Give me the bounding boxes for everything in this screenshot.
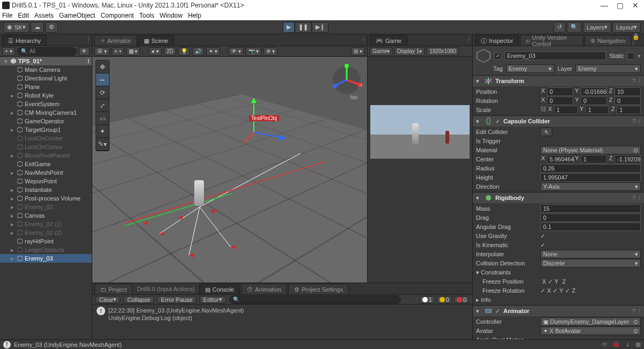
gameobject-name-field[interactable]: Enemy_03 xyxy=(504,51,606,60)
tab-game[interactable]: 🎮 Game xyxy=(370,35,407,46)
colldet-dropdown[interactable]: Discrete▾ xyxy=(540,259,641,268)
console-info-count[interactable]: 1 xyxy=(420,296,435,303)
hierarchy-item[interactable]: ▸Enemy_02 (1) xyxy=(0,220,92,228)
tab-uvc[interactable]: ⎋Unity Version Control xyxy=(520,35,583,46)
layer-dropdown[interactable]: Enemy▾ xyxy=(575,64,641,73)
gravity-checkbox[interactable]: ✓ xyxy=(540,233,545,240)
freezerot-z[interactable]: ✓ xyxy=(565,287,570,294)
status-activity-icon[interactable]: ⟳ xyxy=(602,341,607,348)
menu-gameobject[interactable]: GameObject xyxy=(59,12,95,19)
hierarchy-item[interactable]: LockOnCursor xyxy=(0,143,92,151)
scale-link-icon[interactable]: ⛓ xyxy=(540,106,546,114)
hierarchy-item[interactable]: Directional Light xyxy=(0,74,92,83)
tool-custom[interactable]: ✎▾ xyxy=(96,138,109,151)
scene-extras[interactable]: ⊞ ▾ xyxy=(351,47,365,56)
gizmo-visibility[interactable]: 👁 ▾ xyxy=(229,47,244,56)
gameobject-active-checkbox[interactable]: ✓ xyxy=(494,53,501,60)
tool-rotate[interactable]: ⟳ xyxy=(96,86,109,99)
component-header-animator[interactable]: ▾ ✓ Animator ?⁝ xyxy=(473,306,644,316)
component-menu-icon[interactable]: ⁝ xyxy=(639,78,641,85)
status-cache-icon[interactable]: ▦ xyxy=(635,341,641,348)
position-z[interactable]: 10 xyxy=(614,87,641,96)
tab-project-settings[interactable]: ⚙Project Settings xyxy=(288,284,349,294)
camera-dropdown[interactable]: 📷 ▾ xyxy=(246,47,262,56)
hierarchy-item[interactable]: ▸Enemy_02 xyxy=(0,203,92,211)
hierarchy-item[interactable]: Plane xyxy=(0,83,92,91)
maximize-button[interactable]: ▢ xyxy=(617,1,624,10)
avatar-field[interactable]: ✦ X BotAvatar⊙ xyxy=(540,326,641,335)
component-menu-icon[interactable]: ⁝ xyxy=(639,195,641,202)
hierarchy-item[interactable]: ExitGame xyxy=(0,160,92,168)
create-dropdown[interactable]: + ▾ xyxy=(2,47,15,56)
play-button[interactable]: ▶ xyxy=(283,22,295,33)
mass-field[interactable]: 15 xyxy=(540,204,641,213)
scene-row[interactable]: ▾ TPS_01* ⁝ xyxy=(0,57,92,65)
tool-transform[interactable]: ✦ xyxy=(96,125,109,138)
close-button[interactable]: ✕ xyxy=(632,1,639,10)
status-autorefresh-icon[interactable]: ⤓ xyxy=(625,341,630,348)
hierarchy-item[interactable]: ▸TargetGroup1 xyxy=(0,125,92,134)
tool-scale[interactable]: ⤢ xyxy=(96,99,109,112)
menu-help[interactable]: Help xyxy=(188,12,201,19)
animator-enabled-checkbox[interactable]: ✓ xyxy=(495,308,500,315)
console-search[interactable]: 🔍 xyxy=(229,295,401,304)
hierarchy-item[interactable]: ▸Instantiate xyxy=(0,185,92,194)
hierarchy-item[interactable]: WeponPoint xyxy=(0,177,92,185)
tool-view[interactable]: ✥ xyxy=(96,61,109,73)
menu-edit[interactable]: Edit xyxy=(18,12,29,19)
step-button[interactable]: ▶❙ xyxy=(312,22,328,33)
controller-field[interactable]: ▣ DummyEnemy_DamageLayer⊙ xyxy=(540,317,641,326)
account-dropdown[interactable]: ◉ SK ▾ xyxy=(3,22,30,33)
minimize-button[interactable]: — xyxy=(601,1,608,10)
center-x[interactable]: 5.960464 xyxy=(547,155,573,164)
settings-button[interactable]: ⚙ xyxy=(45,22,58,33)
orientation-gizmo[interactable]: x xyxy=(331,61,363,99)
scale-y[interactable]: 1 xyxy=(586,106,610,114)
console-err-count[interactable]: 0 xyxy=(454,296,469,303)
constraints-label[interactable]: Constraints xyxy=(481,269,511,276)
hierarchy-search[interactable]: 🔍 All xyxy=(17,47,77,56)
console-body[interactable]: ! [22:22:30] Enemy_03 (UnityEngine.NavMe… xyxy=(92,305,472,339)
interpolate-dropdown[interactable]: None▾ xyxy=(540,250,641,258)
inspector-lock-icon[interactable]: 🔒 ⁝ xyxy=(632,33,644,47)
lighting-toggle[interactable]: 💡 xyxy=(178,47,190,56)
freezerot-x[interactable]: ✓ xyxy=(540,287,545,294)
tool-grid[interactable]: ▦ ▾ xyxy=(126,47,141,56)
hierarchy-item[interactable]: EventSystem xyxy=(0,100,92,108)
fx-toggle[interactable]: ✦ ▾ xyxy=(206,47,220,56)
tool-handle[interactable]: ⌖ ▾ xyxy=(112,47,124,56)
center-y[interactable]: 1 xyxy=(581,155,607,164)
hierarchy-item[interactable]: ▸Post-process Volume xyxy=(0,194,92,203)
drag-field[interactable]: 0 xyxy=(540,213,641,222)
component-menu-icon[interactable]: ⁝ xyxy=(639,308,641,315)
tab-scene[interactable]: ▦ Scene xyxy=(138,35,174,46)
console-collapse[interactable]: Collapse xyxy=(123,296,154,303)
scale-x[interactable]: 1 xyxy=(554,106,578,114)
component-header-collider[interactable]: ▾ ✓ Capsule Collider ?⁝ xyxy=(473,116,644,127)
hierarchy-item[interactable]: ▸Enemy_02 (2) xyxy=(0,228,92,237)
info-label[interactable]: Info xyxy=(481,296,491,303)
tool-pivot[interactable]: ⦿ ▾ xyxy=(94,47,109,56)
rotation-z[interactable]: 0 xyxy=(614,96,641,105)
direction-dropdown[interactable]: Y-Axis▾ xyxy=(540,182,641,191)
status-bug-icon[interactable]: 🐞 xyxy=(612,341,620,348)
menu-tools[interactable]: Tools xyxy=(139,12,154,19)
projection-label[interactable]: Iso xyxy=(350,94,357,100)
cloud-button[interactable]: ☁ xyxy=(31,22,44,33)
layers-dropdown[interactable]: Layers ▾ xyxy=(583,22,611,33)
scene-viewport[interactable]: TestPinObj ✥ ↔ ⟳ xyxy=(92,57,367,283)
static-checkbox[interactable] xyxy=(627,53,634,60)
component-help-icon[interactable]: ? xyxy=(632,78,635,85)
tab-hierarchy[interactable]: ☰ Hierarchy xyxy=(2,35,47,46)
position-x[interactable]: 0 xyxy=(547,87,573,96)
position-y[interactable]: -0.01666 xyxy=(581,87,607,96)
hierarchy-item[interactable]: ▸LedgeObstacle xyxy=(0,246,92,254)
hierarchy-item[interactable]: ▸NavMeshPoint xyxy=(0,168,92,177)
hierarchy-item[interactable]: Main Camera xyxy=(0,65,92,74)
edit-collider-button[interactable]: ✎ xyxy=(540,128,552,136)
console-editor-dropdown[interactable]: Editor ▾ xyxy=(200,296,226,303)
console-clear[interactable]: Clear ▾ xyxy=(96,296,120,303)
undo-history-button[interactable]: ↺ xyxy=(553,22,566,33)
shading-dropdown[interactable]: ● ▾ xyxy=(149,47,162,56)
tab-console[interactable]: ▤Console xyxy=(199,284,240,294)
